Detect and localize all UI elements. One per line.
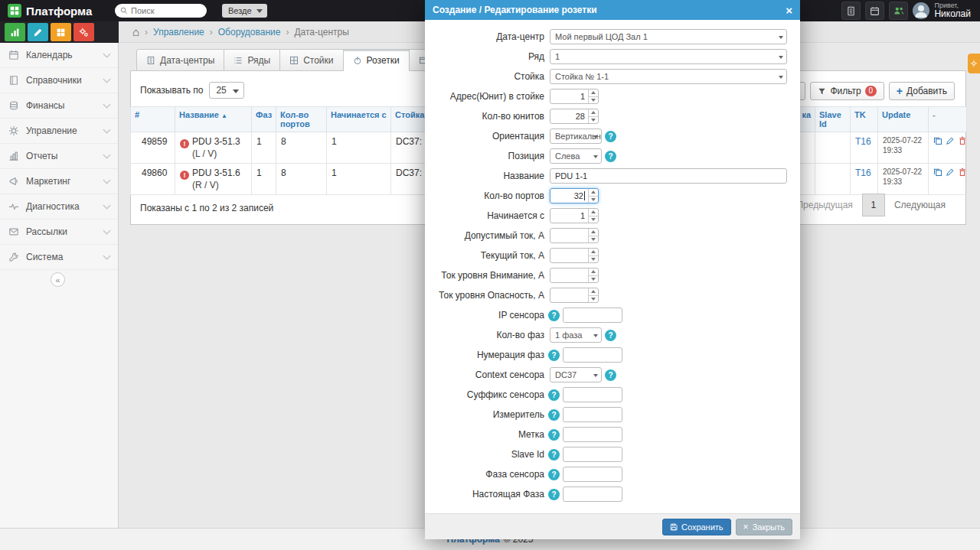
help-icon[interactable]: ? (548, 409, 560, 421)
orientation-select[interactable]: Вертикальный (550, 129, 602, 144)
starts-with-input[interactable]: 1 (550, 208, 599, 223)
delete-icon[interactable] (958, 136, 967, 145)
column-ports[interactable]: Кол-во портов (276, 107, 327, 132)
datacenter-select[interactable]: Мой первый ЦОД Зал 1 (550, 29, 787, 44)
row-select[interactable]: 1 (550, 49, 787, 64)
help-icon[interactable]: ? (605, 369, 616, 381)
help-icon[interactable]: ? (548, 429, 560, 441)
tab-sockets[interactable]: Розетки (344, 49, 410, 71)
column-phase[interactable]: Фаз (252, 107, 276, 132)
sidebar-item-management[interactable]: Управление (0, 119, 118, 144)
breadcrumb-equipment[interactable]: Оборудование (218, 27, 281, 37)
home-icon[interactable]: ⌂ (132, 26, 139, 37)
delete-icon[interactable] (958, 168, 967, 177)
slave-id-input[interactable] (563, 447, 622, 462)
help-icon[interactable]: ? (605, 151, 616, 162)
pagination-page-1[interactable]: 1 (862, 194, 885, 216)
warning-current-input[interactable] (550, 268, 599, 283)
unit-address-input[interactable]: 1 (550, 89, 599, 104)
ports-count-input[interactable]: 32 (550, 188, 599, 203)
help-icon[interactable]: ? (548, 469, 560, 480)
number-spinner[interactable] (588, 249, 598, 262)
sensor-context-select[interactable]: DC37 (550, 367, 602, 382)
tk-link[interactable]: T16 (855, 168, 871, 178)
help-icon[interactable]: ? (605, 131, 616, 142)
save-button[interactable]: Сохранить (662, 519, 731, 535)
tab-rows[interactable]: Ряды (224, 49, 280, 71)
close-button[interactable]: × Закрыть (736, 519, 792, 535)
close-icon[interactable]: × (786, 5, 792, 16)
column-starts[interactable]: Начинается с (327, 107, 391, 132)
sidebar-item-system[interactable]: Система (0, 245, 118, 270)
phases-count-select[interactable]: 1 фаза (550, 327, 602, 343)
number-spinner[interactable] (588, 89, 598, 103)
users-button[interactable] (889, 2, 908, 20)
sensor-ip-input[interactable] (563, 308, 622, 323)
sensor-suffix-input[interactable] (563, 387, 622, 402)
tab-datacenters[interactable]: Дата-центры (136, 49, 224, 71)
number-spinner[interactable] (588, 229, 598, 242)
number-spinner[interactable] (588, 189, 598, 203)
breadcrumb-management[interactable]: Управление (153, 27, 204, 37)
column-name[interactable]: Название▲ (175, 107, 252, 132)
help-icon[interactable]: ? (548, 310, 560, 321)
name-input[interactable]: PDU 1-1 (550, 168, 787, 184)
tk-link[interactable]: T16 (855, 136, 871, 147)
number-spinner[interactable] (588, 288, 598, 302)
help-icon[interactable]: ? (548, 489, 560, 500)
help-icon[interactable]: ? (548, 350, 560, 361)
danger-current-input[interactable] (550, 288, 599, 303)
copy-icon[interactable] (933, 168, 942, 177)
phase-numbering-input[interactable] (563, 347, 622, 363)
column-update[interactable]: Update (878, 107, 929, 132)
pagination-next[interactable]: Следующая (885, 194, 955, 216)
help-icon[interactable]: ? (605, 330, 616, 341)
sidebar-item-calendar[interactable]: Календарь (0, 43, 118, 68)
field-label: Кол-во юнитов (425, 111, 550, 122)
tag-input[interactable] (563, 427, 622, 442)
sidebar-item-marketing[interactable]: Маркетинг (0, 169, 118, 194)
edit-icon[interactable] (946, 168, 955, 177)
current-current-input[interactable] (550, 248, 599, 263)
sidebar-item-diagnostics[interactable]: Диагностика (0, 194, 118, 220)
help-icon[interactable]: ? (548, 449, 560, 461)
quick-settings-button[interactable] (74, 23, 94, 41)
sensor-phase-input[interactable] (563, 467, 622, 482)
search-input[interactable] (131, 6, 201, 15)
avatar[interactable] (913, 2, 929, 19)
help-icon[interactable]: ? (548, 389, 560, 401)
sidebar-item-reports[interactable]: Отчеты (0, 144, 118, 169)
column-tk[interactable]: TK (851, 107, 878, 132)
rack-select[interactable]: Стойка № 1-1 (550, 69, 787, 84)
brand[interactable]: Платформа (0, 4, 115, 18)
calendar-button[interactable] (865, 2, 884, 20)
quick-grid-button[interactable] (51, 23, 71, 41)
scope-select[interactable]: Везде (222, 4, 267, 18)
units-count-input[interactable]: 28 (550, 109, 599, 124)
allowed-current-input[interactable] (550, 228, 599, 243)
sidebar-collapse-button[interactable]: « (51, 272, 65, 287)
settings-handle[interactable] (968, 54, 980, 73)
number-spinner[interactable] (588, 209, 598, 223)
copy-icon[interactable] (933, 136, 942, 145)
sidebar-item-finance[interactable]: Финансы (0, 93, 118, 119)
position-select[interactable]: Слева (550, 148, 602, 164)
edit-icon[interactable] (946, 136, 955, 145)
quick-edit-button[interactable] (28, 23, 48, 41)
sidebar-item-directories[interactable]: Справочники (0, 68, 118, 93)
column-id[interactable]: # (131, 107, 175, 132)
add-button[interactable]: + Добавить (889, 82, 955, 100)
number-spinner[interactable] (588, 268, 598, 282)
number-spinner[interactable] (588, 109, 598, 123)
tab-racks[interactable]: Стойки (280, 49, 343, 71)
sidebar-item-mailings[interactable]: Рассылки (0, 220, 118, 245)
meter-input[interactable] (563, 407, 622, 422)
documents-button[interactable] (841, 2, 861, 20)
real-phase-input[interactable] (563, 487, 622, 502)
quick-chart-button[interactable] (5, 23, 25, 41)
column-slave-id[interactable]: Slave Id (815, 107, 851, 132)
filter-button[interactable]: Фильтр 0 (810, 82, 884, 100)
user-menu[interactable]: Привет, Николай (934, 2, 975, 19)
cell-phase: 1 (252, 164, 276, 195)
page-size-select[interactable]: 25 (209, 82, 243, 99)
